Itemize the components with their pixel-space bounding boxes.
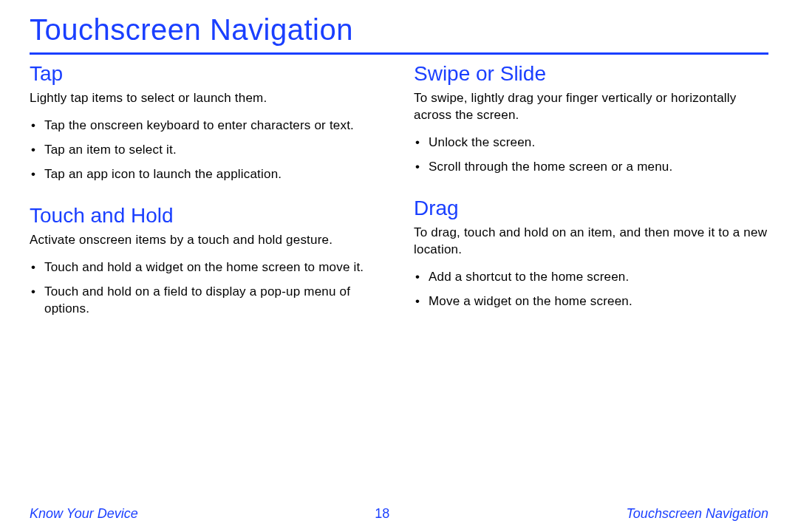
section-drag: Drag To drag, touch and hold on an item,… <box>414 197 768 310</box>
section-intro: Lightly tap items to select or launch th… <box>30 90 384 107</box>
list-item: Scroll through the home screen or a menu… <box>429 159 768 176</box>
section-tap: Tap Lightly tap items to select or launc… <box>30 62 384 183</box>
section-heading: Drag <box>414 197 768 220</box>
section-intro: Activate onscreen items by a touch and h… <box>30 232 384 249</box>
left-column: Tap Lightly tap items to select or launc… <box>30 62 384 338</box>
section-heading: Touch and Hold <box>30 204 384 228</box>
footer-right: Touchscreen Navigation <box>627 506 768 522</box>
bullet-list: Tap the onscreen keyboard to enter chara… <box>30 117 384 183</box>
section-heading: Swipe or Slide <box>414 62 768 86</box>
footer-left: Know Your Device <box>30 506 138 522</box>
list-item: Add a shortcut to the home screen. <box>429 269 768 286</box>
bullet-list: Unlock the screen. Scroll through the ho… <box>414 134 768 176</box>
page-footer: Know Your Device 18 Touchscreen Navigati… <box>0 506 798 522</box>
right-column: Swipe or Slide To swipe, lightly drag yo… <box>414 62 768 338</box>
list-item: Touch and hold a widget on the home scre… <box>44 259 384 276</box>
list-item: Move a widget on the home screen. <box>429 293 768 310</box>
section-intro: To drag, touch and hold on an item, and … <box>414 225 768 259</box>
content-columns: Tap Lightly tap items to select or launc… <box>30 62 768 338</box>
list-item: Tap an app icon to launch the applicatio… <box>44 166 384 183</box>
section-intro: To swipe, lightly drag your finger verti… <box>414 90 768 124</box>
footer-page-number: 18 <box>375 506 389 522</box>
list-item: Tap an item to select it. <box>44 142 384 159</box>
list-item: Touch and hold on a field to display a p… <box>44 284 384 318</box>
list-item: Unlock the screen. <box>429 134 768 151</box>
page-title: Touchscreen Navigation <box>30 13 768 55</box>
bullet-list: Add a shortcut to the home screen. Move … <box>414 269 768 310</box>
document-page: Touchscreen Navigation Tap Lightly tap i… <box>0 0 798 338</box>
bullet-list: Touch and hold a widget on the home scre… <box>30 259 384 318</box>
section-heading: Tap <box>30 62 384 86</box>
section-swipe-or-slide: Swipe or Slide To swipe, lightly drag yo… <box>414 62 768 176</box>
list-item: Tap the onscreen keyboard to enter chara… <box>44 117 384 134</box>
section-touch-and-hold: Touch and Hold Activate onscreen items b… <box>30 204 384 318</box>
